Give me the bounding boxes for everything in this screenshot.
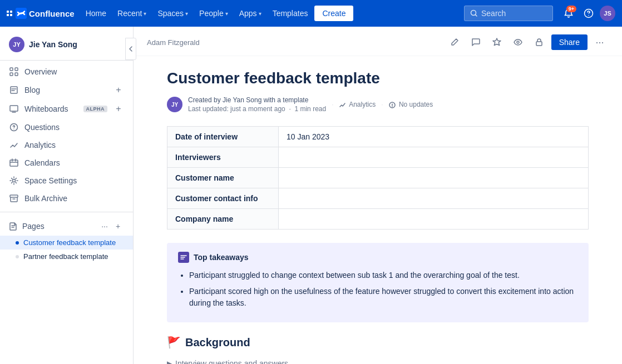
nav-recent[interactable]: Recent ▾ bbox=[113, 6, 151, 21]
sidebar-item-blog[interactable]: Blog + bbox=[0, 81, 133, 99]
takeaways-header: Top takeaways bbox=[178, 252, 577, 263]
sidebar-item-space-settings[interactable]: Space Settings bbox=[0, 172, 133, 190]
chevron-right-icon: ▶ bbox=[167, 360, 172, 364]
analytics-link[interactable]: Analytics bbox=[339, 101, 376, 108]
svg-rect-6 bbox=[10, 73, 13, 76]
share-button[interactable]: Share bbox=[551, 34, 588, 50]
nav-people[interactable]: People ▾ bbox=[195, 6, 233, 21]
confluence-icon bbox=[16, 8, 27, 19]
recent-chevron-icon: ▾ bbox=[144, 11, 146, 17]
takeaways-item: Participant scored high on the usefulnes… bbox=[189, 286, 577, 309]
interview-qa-collapsible[interactable]: ▶ Interview questions and answers bbox=[167, 356, 589, 364]
sidebar-label-whiteboards: Whiteboards bbox=[24, 104, 78, 113]
takeaways-list: Participant struggled to change context … bbox=[178, 270, 577, 309]
create-button[interactable]: Create bbox=[314, 6, 353, 21]
svg-point-3 bbox=[588, 15, 589, 16]
takeaways-heading: Top takeaways bbox=[194, 253, 249, 262]
sidebar-label-blog: Blog bbox=[24, 86, 107, 94]
svg-rect-7 bbox=[15, 73, 18, 76]
page-meta: JY Created by Jie Yan Song with a templa… bbox=[167, 96, 589, 113]
page-item-customer-feedback[interactable]: Customer feedback template bbox=[0, 236, 133, 250]
nav-apps[interactable]: Apps ▾ bbox=[235, 6, 266, 21]
app-name: Confluence bbox=[16, 8, 75, 19]
nav-templates[interactable]: Templates bbox=[268, 6, 313, 21]
app-layout: JY Jie Yan Song Overview Blog + Whiteboa… bbox=[0, 27, 622, 364]
app-logo[interactable]: Confluence bbox=[7, 8, 75, 19]
table-row: Date of interview 10 Jan 2023 bbox=[167, 127, 589, 147]
sidebar-item-whiteboards[interactable]: Whiteboards ALPHA + bbox=[0, 99, 133, 118]
sidebar-item-questions[interactable]: Questions bbox=[0, 118, 133, 136]
main-content: Adam Fitzgerald bbox=[134, 27, 622, 364]
user-avatar[interactable]: JS bbox=[600, 6, 615, 21]
nav-home[interactable]: Home bbox=[81, 6, 111, 21]
created-by-text: Created by Jie Yan Song with a template bbox=[188, 96, 326, 104]
table-cell-value[interactable]: 10 Jan 2023 bbox=[279, 127, 589, 147]
overview-icon bbox=[9, 67, 19, 77]
comment-icon bbox=[471, 38, 480, 47]
sidebar-item-bulk-archive[interactable]: Bulk Archive bbox=[0, 190, 133, 207]
breadcrumb-bar: Adam Fitzgerald bbox=[134, 27, 622, 56]
nav-spaces[interactable]: Spaces ▾ bbox=[153, 6, 192, 21]
no-updates-link[interactable]: No updates bbox=[389, 101, 433, 108]
background-heading: 🚩 Background bbox=[167, 336, 589, 349]
help-button[interactable] bbox=[580, 4, 598, 22]
svg-rect-4 bbox=[10, 68, 13, 71]
more-actions-button[interactable]: ··· bbox=[591, 33, 609, 51]
notifications-button[interactable]: 9+ bbox=[560, 4, 577, 22]
search-bar[interactable]: Search bbox=[464, 6, 553, 21]
restrict-button[interactable] bbox=[530, 33, 548, 51]
collapse-icon bbox=[128, 46, 134, 52]
table-cell-label: Date of interview bbox=[167, 127, 279, 147]
apps-chevron-icon: ▾ bbox=[259, 11, 261, 17]
page-item-partner-feedback[interactable]: Partner feedback template bbox=[0, 250, 133, 263]
grid-icon bbox=[7, 11, 12, 16]
pages-add-button[interactable]: + bbox=[112, 220, 124, 232]
takeaways-item: Participant struggled to change context … bbox=[189, 270, 577, 281]
table-row: Customer contact info bbox=[167, 188, 589, 209]
blog-add-button[interactable]: + bbox=[113, 84, 124, 96]
sidebar-label-questions: Questions bbox=[24, 123, 124, 132]
svg-point-12 bbox=[13, 179, 16, 182]
svg-rect-5 bbox=[15, 68, 18, 71]
edit-button[interactable] bbox=[446, 33, 463, 51]
panel-icon bbox=[180, 254, 187, 261]
svg-rect-8 bbox=[10, 106, 18, 111]
sidebar-item-overview[interactable]: Overview bbox=[0, 63, 133, 81]
notification-badge: 9+ bbox=[566, 6, 576, 12]
svg-point-10 bbox=[13, 128, 14, 129]
page-dot bbox=[16, 255, 19, 258]
table-cell-value[interactable] bbox=[279, 168, 589, 188]
table-row: Company name bbox=[167, 209, 589, 230]
sidebar-item-calendars[interactable]: Calendars bbox=[0, 154, 133, 172]
table-cell-value[interactable] bbox=[279, 188, 589, 209]
watch-button[interactable] bbox=[509, 33, 527, 51]
sidebar-divider bbox=[0, 212, 133, 212]
meta-info: Created by Jie Yan Song with a template … bbox=[188, 96, 326, 113]
takeaways-icon bbox=[178, 252, 189, 263]
pages-more-button[interactable]: ··· bbox=[98, 220, 111, 232]
page-dot bbox=[16, 241, 19, 245]
search-placeholder: Search bbox=[481, 9, 506, 18]
analytics-link-icon bbox=[339, 102, 346, 108]
background-emoji: 🚩 bbox=[167, 336, 181, 349]
table-cell-value[interactable] bbox=[279, 209, 589, 230]
takeaways-box: Top takeaways Participant struggled to c… bbox=[167, 243, 589, 322]
table-cell-value[interactable] bbox=[279, 147, 589, 168]
sidebar-item-analytics[interactable]: Analytics bbox=[0, 136, 133, 154]
sidebar: JY Jie Yan Song Overview Blog + Whiteboa… bbox=[0, 27, 134, 364]
table-cell-label: Company name bbox=[167, 209, 279, 230]
search-icon bbox=[470, 9, 478, 17]
table-row: Interviewers bbox=[167, 147, 589, 168]
table-cell-label: Interviewers bbox=[167, 147, 279, 168]
spaces-chevron-icon: ▾ bbox=[185, 11, 188, 17]
whiteboards-icon bbox=[9, 104, 19, 114]
sidebar-label-overview: Overview bbox=[24, 67, 124, 76]
sidebar-collapse-button[interactable] bbox=[125, 38, 136, 60]
star-button[interactable] bbox=[488, 33, 506, 51]
page-actions: Share ··· bbox=[446, 33, 609, 51]
sidebar-user[interactable]: JY Jie Yan Song bbox=[0, 31, 133, 61]
breadcrumb[interactable]: Adam Fitzgerald bbox=[147, 38, 200, 47]
comment-button[interactable] bbox=[467, 33, 485, 51]
whiteboards-add-button[interactable]: + bbox=[113, 103, 124, 114]
table-row: Customer name bbox=[167, 168, 589, 188]
